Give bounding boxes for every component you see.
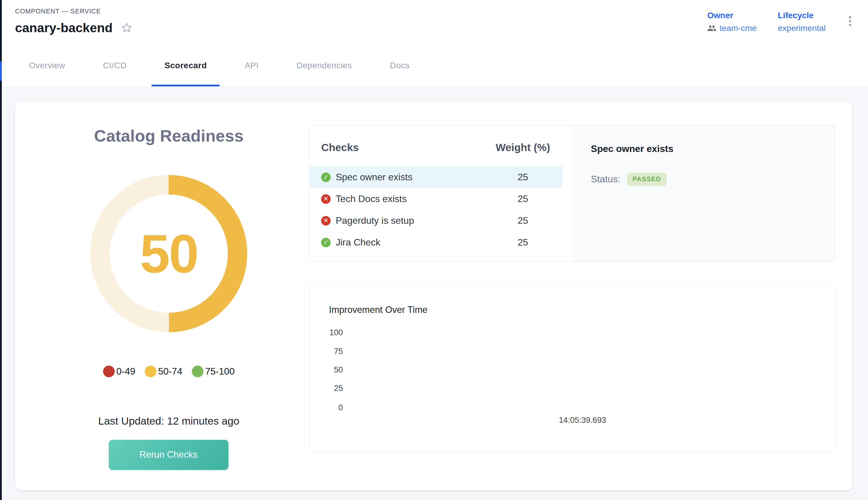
check-passed-icon: ✓: [321, 238, 331, 247]
check-label: Spec owner exists: [336, 172, 413, 183]
checks-table-header: Checks Weight (%): [310, 125, 572, 155]
y-axis-tick: 0: [315, 403, 343, 412]
legend-item-mid: 50-74: [145, 366, 182, 377]
lifecycle-value: experimental: [778, 24, 826, 33]
scorecard-page: COMPONENT — SERVICE canary-backend Owner: [0, 0, 868, 500]
checks-table: Checks Weight (%) ✓ Spec owner exists 25…: [310, 125, 572, 262]
legend-label: 0-49: [116, 366, 136, 377]
score-value: 50: [90, 175, 247, 332]
entity-header: COMPONENT — SERVICE canary-backend Owner: [0, 0, 868, 45]
entity-tabs: Overview CI/CD Scorecard API Dependencie…: [0, 45, 868, 87]
legend-item-low: 0-49: [103, 366, 135, 377]
score-legend: 0-49 50-74 75-100: [15, 366, 322, 377]
tab-dependencies[interactable]: Dependencies: [284, 45, 365, 87]
check-label: Pagerduty is setup: [336, 215, 414, 226]
tab-api[interactable]: API: [232, 45, 272, 87]
x-axis-tick: 14:05:39.693: [526, 416, 638, 425]
group-icon: [707, 24, 717, 33]
check-weight: 25: [489, 215, 556, 226]
check-passed-icon: ✓: [321, 172, 331, 182]
kebab-menu-icon[interactable]: [847, 13, 853, 30]
legend-item-high: 75-100: [192, 366, 235, 377]
table-row-tech-docs[interactable]: ✕ Tech Docs exists 25: [310, 188, 563, 210]
entity-meta: Owner team-cme Lifecycle experimental: [707, 11, 853, 33]
legend-label: 75-100: [205, 366, 235, 377]
check-label: Jira Check: [336, 237, 380, 248]
legend-swatch-green: [192, 366, 204, 377]
tab-overview[interactable]: Overview: [16, 45, 78, 87]
y-axis-tick: 75: [315, 347, 343, 356]
lifecycle-block: Lifecycle experimental: [778, 11, 826, 33]
tab-scorecard[interactable]: Scorecard: [152, 45, 220, 87]
checks-column-header: Checks: [321, 140, 359, 155]
legend-label: 50-74: [158, 366, 182, 377]
favorite-star-icon[interactable]: [120, 21, 133, 34]
check-detail-status-row: Status: PASSED: [591, 172, 817, 186]
checks-panel: Checks Weight (%) ✓ Spec owner exists 25…: [309, 125, 835, 262]
page-title: canary-backend: [15, 20, 112, 35]
last-updated-text: Last Updated: 12 minutes ago: [15, 415, 322, 427]
scorecard-card: Catalog Readiness 50 0-49 50-74 75-100 L…: [15, 101, 852, 490]
weight-column-header: Weight (%): [489, 140, 556, 155]
legend-swatch-red: [103, 366, 115, 377]
scorecard-title: Catalog Readiness: [15, 126, 322, 145]
entity-kind-breadcrumb: COMPONENT — SERVICE: [15, 8, 101, 15]
status-label: Status:: [591, 174, 620, 185]
y-axis-tick: 25: [315, 384, 343, 393]
check-weight: 25: [489, 237, 556, 248]
sidebar-active-indicator: [0, 61, 2, 81]
owner-link[interactable]: team-cme: [720, 24, 757, 33]
tab-cicd[interactable]: CI/CD: [90, 45, 139, 87]
check-label: Tech Docs exists: [336, 193, 407, 204]
improvement-chart-card: Improvement Over Time 100 75 50 25 0 14:…: [309, 283, 835, 453]
score-gauge: 50: [90, 175, 247, 332]
owner-label: Owner: [707, 11, 756, 20]
check-failed-icon: ✕: [321, 194, 331, 204]
table-row-jira[interactable]: ✓ Jira Check 25: [310, 231, 563, 253]
check-weight: 25: [489, 172, 556, 183]
sidebar-edge: [0, 0, 2, 500]
table-row-pagerduty[interactable]: ✕ Pagerduty is setup 25: [310, 210, 563, 231]
table-row-spec-owner[interactable]: ✓ Spec owner exists 25: [310, 166, 563, 188]
y-axis-tick: 50: [315, 365, 343, 374]
chart-title: Improvement Over Time: [329, 305, 427, 315]
status-badge: PASSED: [627, 172, 667, 186]
lifecycle-label: Lifecycle: [778, 11, 826, 20]
check-weight: 25: [489, 193, 556, 204]
check-failed-icon: ✕: [321, 216, 331, 226]
check-detail-title: Spec owner exists: [591, 143, 817, 155]
legend-swatch-yellow: [145, 366, 157, 377]
y-axis-tick: 100: [315, 328, 343, 337]
owner-block: Owner team-cme: [707, 11, 756, 33]
rerun-checks-button[interactable]: Rerun Checks: [109, 440, 229, 470]
entity-title-row: canary-backend: [15, 20, 133, 35]
check-detail-panel: Spec owner exists Status: PASSED: [572, 125, 836, 262]
tab-docs[interactable]: Docs: [377, 45, 423, 87]
checks-rows: ✓ Spec owner exists 25 ✕ Tech Docs exist…: [310, 166, 572, 253]
